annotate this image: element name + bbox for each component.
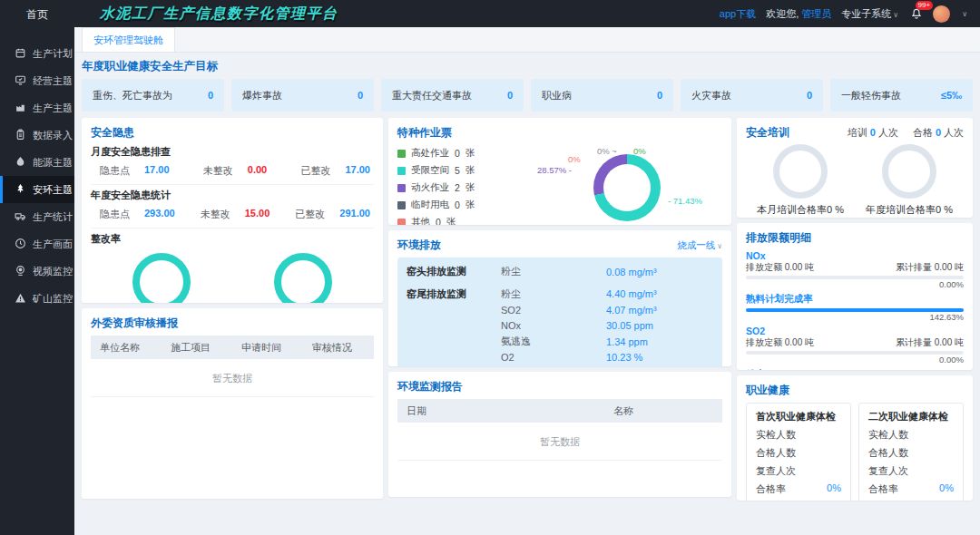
goal-value: 0 (208, 90, 213, 101)
chevron-down-icon: ∨ (717, 242, 722, 250)
sidebar-item-label: 经营主题 (33, 74, 73, 88)
goals-section-title: 年度职业健康安全生产目标 (82, 59, 973, 74)
legend-swatch (397, 201, 406, 209)
environment-emission-panel: 环境排放 烧成一线∨ 窑头排放监测粉尘0.08 mg/m³ 窑尾排放监测粉尘4.… (388, 230, 731, 366)
system-selector[interactable]: 专业子系统∨ (841, 7, 898, 21)
sidebar-item-mine-monitor[interactable]: 矿山监控 (0, 285, 74, 312)
sidebar-item-safety-env-theme[interactable]: 安环主题 (0, 176, 74, 203)
safety-training-panel: 安全培训 培训0人次 合格0人次 本月培训合格率0 % (737, 118, 973, 218)
legend-item: 受限空间5张 (397, 164, 475, 177)
sidebar-item-label: 安环主题 (33, 183, 73, 197)
factory-icon (15, 102, 26, 115)
sidebar-item-video-monitor[interactable]: 视频监控 (0, 258, 74, 285)
sidebar-item-production-theme[interactable]: 生产主题 (0, 94, 74, 122)
emission-table: 窑头排放监测粉尘0.08 mg/m³ 窑尾排放监测粉尘4.40 mg/m³ SO… (397, 258, 722, 366)
avatar[interactable] (933, 5, 950, 23)
sidebar-item-home[interactable]: 首页 (0, 0, 74, 29)
tab-bar: 安环管理驾驶舱 (74, 27, 980, 53)
env-monitor-report-panel: 环境监测报告 日期 名称 暂无数据 (388, 372, 731, 497)
empty-placeholder: 暂无数据 (397, 423, 722, 461)
username-link[interactable]: 管理员 (801, 8, 831, 19)
panel-title: 安全隐患 (91, 125, 374, 141)
work-permit-donut (593, 154, 661, 221)
notification-bell[interactable]: 99+ (910, 7, 923, 20)
sidebar-item-production-screen[interactable]: 生产画面 (0, 230, 74, 258)
goal-cards: 重伤、死亡事故为0 爆炸事故0 重大责任交通事故0 职业病0 火灾事故0 一般轻… (82, 79, 973, 112)
legend-item: 高处作业0张 (397, 147, 475, 160)
monthly-rate-gauge: 月度100.00% (132, 253, 191, 303)
year-training-gauge: 年度培训合格率0 % (866, 144, 953, 217)
work-permit-chart: 0% 0% ~ 0% 28.57% - - 71.43% (526, 145, 717, 225)
camera-icon (15, 265, 26, 278)
goal-card: 重伤、死亡事故为0 (82, 79, 224, 112)
panel-title: 环境排放 (397, 238, 441, 253)
legend-swatch (397, 219, 406, 226)
table-header: 日期 名称 (397, 399, 722, 423)
panel-title: 排放限额明细 (746, 230, 964, 246)
sidebar-nav: 生产计划 经营主题 生产主题 数据录入 能源主题 安环主题 (0, 29, 74, 312)
occupational-health-panel: 职业健康 首次职业健康体检 实检人数 合格人数 复查人次 合格率0% 二次职业健… (737, 375, 973, 501)
first-checkup-card: 首次职业健康体检 实检人数 合格人数 复查人次 合格率0% (746, 403, 851, 501)
hazard-yearly-title: 年度安全隐患统计 (91, 189, 374, 202)
quota-item: SO2 排放定额 0.00 吨累计排量 0.00 吨 0.00% (746, 326, 964, 365)
app-download-link[interactable]: app下载 (720, 7, 756, 21)
hazard-monthly-row: 隐患点17.00 未整改0.00 已整改17.00 (91, 163, 374, 185)
quota-item: 熟料计划完成率 142.63% (746, 293, 964, 322)
empty-placeholder: 暂无数据 (91, 359, 374, 397)
goal-card: 火灾事故0 (681, 79, 823, 112)
second-checkup-card: 二次职业健康体检 实检人数 合格人数 复查人次 合格率0% (858, 403, 964, 501)
goal-value: ≤5‰ (941, 90, 962, 101)
hazard-yearly-row: 隐患点293.00 未整改15.00 已整改291.00 (91, 207, 374, 229)
goal-value: 0 (657, 90, 662, 101)
sidebar: 首页 生产计划 经营主题 生产主题 数据录入 能源主题 (0, 0, 74, 535)
chart-callout: - 71.43% (668, 196, 702, 206)
sidebar-item-production-plan[interactable]: 生产计划 (0, 40, 74, 67)
goal-value: 0 (358, 90, 363, 101)
emission-row: 氨逃逸1.34 ppm (407, 334, 713, 350)
legend-swatch (397, 167, 406, 175)
legend-item: 临时用电0张 (397, 199, 475, 211)
donut-ring (773, 144, 828, 199)
panel-title: 外委资质审核播报 (91, 316, 374, 331)
legend-swatch (397, 184, 406, 192)
donut-ring (274, 253, 332, 303)
clipboard-icon (15, 129, 26, 142)
chart-callout: 0% ~ (597, 146, 617, 156)
notification-badge: 99+ (916, 1, 934, 10)
panel-title: 安全培训 (746, 125, 789, 141)
rectify-rate-title: 整改率 (91, 232, 374, 246)
emission-row: 窑头排放监测粉尘0.08 mg/m³ (407, 264, 713, 280)
sidebar-item-label: 视频监控 (33, 265, 73, 278)
sidebar-item-label: 生产画面 (33, 238, 73, 251)
tree-icon (15, 183, 26, 197)
emission-row: SO24.07 mg/m³ (407, 302, 713, 318)
sidebar-item-label: 能源主题 (33, 156, 73, 170)
sidebar-item-label: 生产计划 (33, 47, 73, 61)
top-bar: 水泥工厂生产信息数字化管理平台 app下载 欢迎您, 管理员 专业子系统∨ 99… (74, 0, 980, 27)
yearly-rate-gauge: 年度99.00% (274, 253, 332, 303)
sidebar-item-label: 生产主题 (33, 102, 73, 115)
chart-callout: 0% (568, 154, 581, 164)
tab-safety-env-cockpit[interactable]: 安环管理驾驶舱 (82, 27, 175, 52)
goal-value: 0 (807, 90, 812, 101)
goal-card: 爆炸事故0 (231, 79, 374, 112)
training-gauges: 本月培训合格率0 % 年度培训合格率0 % (746, 144, 964, 217)
sidebar-item-production-stats[interactable]: 生产统计 (0, 203, 74, 230)
donut-ring (132, 253, 191, 303)
dashboard-content: 年度职业健康安全生产目标 重伤、死亡事故为0 爆炸事故0 重大责任交通事故0 职… (74, 53, 980, 535)
permit-legend: 高处作业0张 受限空间5张 动火作业2张 临时用电0张 其他0张 (397, 145, 475, 225)
calendar-icon (15, 47, 26, 61)
chart-callout: 28.57% - (537, 165, 572, 175)
welcome-text: 欢迎您, 管理员 (766, 7, 831, 21)
sidebar-item-data-entry[interactable]: 数据录入 (0, 122, 74, 149)
goal-value: 0 (507, 90, 513, 101)
legend-item: 其他0张 (397, 216, 475, 225)
month-training-gauge: 本月培训合格率0 % (757, 144, 844, 217)
donut-ring (882, 144, 936, 199)
sidebar-item-business-theme[interactable]: 经营主题 (0, 67, 74, 94)
warning-icon (15, 292, 26, 306)
line-selector[interactable]: 烧成一线∨ (677, 239, 722, 252)
sidebar-item-label: 生产统计 (33, 210, 73, 224)
sidebar-item-energy-theme[interactable]: 能源主题 (0, 149, 74, 176)
safety-hazard-panel: 安全隐患 月度安全隐患排查 隐患点17.00 未整改0.00 已整改17.00 … (82, 118, 383, 303)
